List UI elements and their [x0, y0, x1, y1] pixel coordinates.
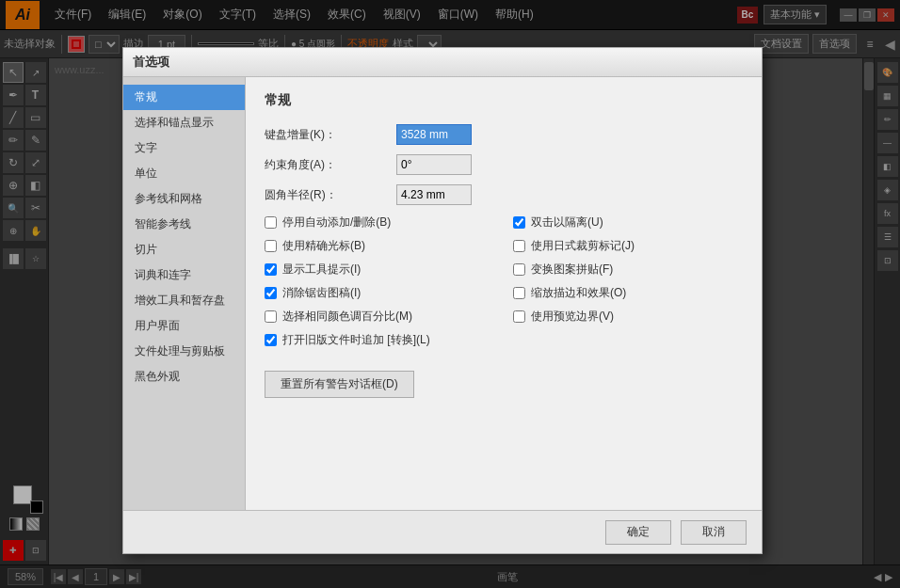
nav-item-selection[interactable]: 选择和锚点显示 [123, 110, 245, 135]
radius-row: 圆角半径(R)： [265, 184, 743, 205]
check-row-r4: 使用预览边界(V) [513, 309, 743, 325]
check-select-same-color[interactable] [265, 310, 277, 323]
check-antialias[interactable] [265, 287, 277, 299]
check-transform-pattern[interactable] [513, 263, 525, 276]
nav-item-dictionary[interactable]: 词典和连字 [123, 262, 245, 288]
dialog-title: 首选项 [133, 54, 169, 71]
nav-item-general[interactable]: 常规 [123, 85, 245, 110]
nav-item-file[interactable]: 文件处理与剪贴板 [123, 339, 245, 364]
dialog-body: 常规 选择和锚点显示 文字 单位 参考线和网格 智能参考线 切片 词典和连字 增… [123, 77, 762, 510]
ok-button[interactable]: 确定 [605, 520, 671, 545]
check-row-3: 消除锯齿图稿(I) [265, 285, 494, 301]
check-label-2: 显示工具提示(I) [282, 262, 361, 278]
check-label-4: 选择相同颜色调百分比(M) [282, 309, 412, 325]
nav-item-text[interactable]: 文字 [123, 135, 245, 161]
check-label-r1: 使用日式裁剪标记(J) [531, 238, 635, 254]
check-label-r3: 缩放描边和效果(O) [531, 285, 626, 301]
angle-input[interactable] [396, 154, 472, 175]
dialog-footer: 确定 取消 [123, 510, 762, 553]
check-row-4: 选择相同颜色调百分比(M) [265, 309, 494, 325]
nav-item-black[interactable]: 黑色外观 [123, 364, 245, 389]
cancel-button[interactable]: 取消 [681, 520, 747, 545]
check-row-2: 显示工具提示(I) [265, 262, 494, 278]
check-row-0: 停用自动添加/删除(B) [265, 215, 494, 230]
check-use-preview-bounds[interactable] [513, 310, 525, 323]
dialog-sidebar: 常规 选择和锚点显示 文字 单位 参考线和网格 智能参考线 切片 词典和连字 增… [123, 77, 246, 510]
nav-item-slices[interactable]: 切片 [123, 237, 245, 262]
checkboxes-area: 停用自动添加/删除(B) 使用精确光标(B) 显示工具提示(I) 消除锯齿图稿(… [265, 215, 743, 356]
radius-label: 圆角半径(R)： [265, 187, 396, 203]
nav-item-smart-guides[interactable]: 智能参考线 [123, 212, 245, 237]
checkboxes-left: 停用自动添加/删除(B) 使用精确光标(B) 显示工具提示(I) 消除锯齿图稿(… [265, 215, 494, 356]
check-row-r0: 双击以隔离(U) [513, 215, 743, 230]
check-row-5: 打开旧版文件时追加 [转换](L) [265, 332, 494, 348]
angle-label: 约束角度(A)： [265, 157, 396, 173]
checkboxes-right: 双击以隔离(U) 使用日式裁剪标记(J) 变换图案拼贴(F) 缩放描边和效果(O… [513, 215, 743, 356]
check-precise-cursor[interactable] [265, 240, 277, 252]
keyboard-input[interactable] [396, 124, 472, 145]
check-row-1: 使用精确光标(B) [265, 238, 494, 254]
nav-item-ui[interactable]: 用户界面 [123, 313, 245, 339]
check-label-3: 消除锯齿图稿(I) [282, 285, 361, 301]
section-title: 常规 [265, 92, 743, 109]
keyboard-row: 键盘增量(K)： [265, 124, 743, 145]
dialog-titlebar: 首选项 [123, 48, 762, 77]
check-row-r2: 变换图案拼贴(F) [513, 262, 743, 278]
check-show-tooltips[interactable] [265, 263, 277, 276]
nav-item-plugins[interactable]: 增效工具和暂存盘 [123, 288, 245, 313]
reset-warnings-button[interactable]: 重置所有警告对话框(D) [265, 371, 414, 398]
check-scale-strokes[interactable] [513, 287, 525, 299]
check-disable-auto-add[interactable] [265, 216, 277, 229]
check-japanese-crop[interactable] [513, 240, 525, 252]
nav-item-units[interactable]: 单位 [123, 161, 245, 186]
radius-input[interactable] [396, 184, 472, 205]
check-label-5: 打开旧版文件时追加 [转换](L) [282, 332, 430, 348]
check-open-legacy[interactable] [265, 334, 277, 346]
keyboard-label: 键盘增量(K)： [265, 127, 396, 143]
check-label-1: 使用精确光标(B) [282, 238, 365, 254]
preferences-dialog: 首选项 常规 选择和锚点显示 文字 单位 参考线和网格 智能参考线 切片 词典和… [122, 47, 763, 554]
nav-item-guides[interactable]: 参考线和网格 [123, 186, 245, 212]
check-double-click-isolate[interactable] [513, 216, 525, 229]
dialog-content: 常规 键盘增量(K)： 约束角度(A)： 圆角半径(R)： [246, 77, 762, 510]
check-label-0: 停用自动添加/删除(B) [282, 215, 391, 230]
check-row-r1: 使用日式裁剪标记(J) [513, 238, 743, 254]
check-label-r2: 变换图案拼贴(F) [531, 262, 613, 278]
angle-row: 约束角度(A)： [265, 154, 743, 175]
check-row-r3: 缩放描边和效果(O) [513, 285, 743, 301]
check-label-r0: 双击以隔离(U) [531, 215, 603, 230]
check-label-r4: 使用预览边界(V) [531, 309, 614, 325]
